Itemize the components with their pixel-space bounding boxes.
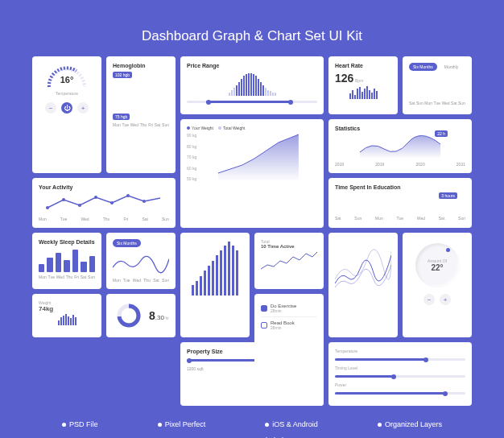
check-icon xyxy=(261,305,267,312)
plus-button[interactable]: + xyxy=(77,102,89,114)
card-grid: 16° Temperature − ⏻ + Hemoglobin 102 hgb… xyxy=(32,56,472,406)
donut-chart xyxy=(116,303,142,328)
sleep-label: Weekly Sleep Details xyxy=(39,239,95,245)
temperature-label: Temperature xyxy=(39,91,95,96)
tab-six-months-2[interactable]: Six Months xyxy=(113,239,141,247)
weight-card: Weight 74kg xyxy=(32,294,101,337)
task-exercise[interactable]: Do Exercise28min xyxy=(261,300,317,317)
timing-slider[interactable] xyxy=(335,375,465,378)
area-chart xyxy=(200,133,317,181)
tab-six-months[interactable]: Six Months xyxy=(409,63,437,71)
heart-rate-card: Heart Rate 126 Bpm xyxy=(328,56,398,114)
wave-card: Six Months MonTueWedThuSatSun xyxy=(106,233,176,289)
price-slider[interactable] xyxy=(187,101,317,103)
temperature-gauge: 16° xyxy=(43,63,91,91)
price-range-label: Price Range xyxy=(187,63,317,68)
page-title: Dashboard Graph & Chart Set UI Kit xyxy=(32,28,472,44)
days-axis: MonTueWedThuFriSatSun xyxy=(113,122,169,127)
hemoglobin-card: Hemoglobin 102 hgb 75 hgb MonTueWedThuFr… xyxy=(106,56,176,173)
knob-plus[interactable]: + xyxy=(440,294,451,305)
donut-card: 8.30 hr xyxy=(106,294,176,337)
svg-point-5 xyxy=(126,194,130,197)
heart-rate-value: 126 xyxy=(335,72,353,85)
hemo-high-badge: 102 hgb xyxy=(113,72,132,78)
hemo-low-badge: 75 hgb xyxy=(113,114,130,120)
knob-card: Amount Of22° −+ xyxy=(403,233,472,337)
tabs-card: Six Months Monthly SatSunMonTueWedSatSun xyxy=(403,56,472,114)
tab-monthly[interactable]: Monthly xyxy=(440,63,463,71)
svg-point-0 xyxy=(46,206,49,209)
statistics-card: Statistics 22 h 2018201920202021 xyxy=(328,119,472,173)
weight-value: 74kg xyxy=(39,305,95,312)
price-range-card: Price Range xyxy=(180,56,324,114)
svg-point-6 xyxy=(143,200,146,203)
sleep-card: Weekly Sleep Details MonTueWedThuFriSatS… xyxy=(32,233,101,289)
power-slider[interactable] xyxy=(335,392,465,395)
svg-point-3 xyxy=(94,196,97,199)
education-card: Time Spent In Education 3 hours SatSunMo… xyxy=(328,178,472,228)
temperature-value: 16° xyxy=(60,75,74,85)
hemoglobin-label: Hemoglobin xyxy=(113,63,169,68)
temp-slider[interactable] xyxy=(335,358,465,361)
timeline-card: Total 10 Time Active xyxy=(254,233,324,289)
multiline-chart xyxy=(335,239,391,295)
activity-label: Your Activity xyxy=(39,184,169,190)
vertical-bars-card xyxy=(180,233,250,337)
svg-point-4 xyxy=(110,201,114,205)
task-read[interactable]: Read Book28min xyxy=(261,317,317,333)
tasks-card: Do Exercise28min Read Book28min xyxy=(254,294,324,406)
knob-dial[interactable]: Amount Of22° xyxy=(415,243,460,287)
heart-rate-label: Heart Rate xyxy=(335,63,391,68)
knob-minus[interactable]: − xyxy=(423,294,435,305)
weight-area-card: Your WeightTotal Weight 90 kg80 kg70 kg6… xyxy=(180,119,324,228)
stats-chart xyxy=(335,134,465,159)
edu-badge: 3 hours xyxy=(439,192,457,199)
multiline-card xyxy=(328,233,398,337)
svg-point-1 xyxy=(62,198,65,201)
features-row: PSD File Pixel Perfect iOS & Android Org… xyxy=(32,420,472,428)
knob-value: 22° xyxy=(428,263,447,272)
activity-chart xyxy=(39,193,169,213)
education-label: Time Spent In Education xyxy=(335,184,465,190)
minus-button[interactable]: − xyxy=(45,102,56,114)
check-icon xyxy=(261,322,267,328)
timeline-chart xyxy=(261,249,317,273)
wave-chart xyxy=(113,252,169,275)
stats-badge: 22 h xyxy=(435,130,448,137)
temperature-card: 16° Temperature − ⏻ + xyxy=(32,56,101,173)
power-button[interactable]: ⏻ xyxy=(61,102,72,114)
sliders-card: Temperature Timing Level Power xyxy=(328,342,472,406)
svg-point-2 xyxy=(78,204,81,207)
activity-card: Your Activity MonTueWedThuFriSatSun xyxy=(32,178,176,228)
